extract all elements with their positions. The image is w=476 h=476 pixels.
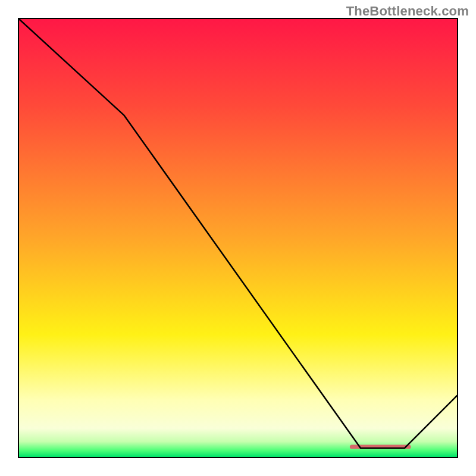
plot-svg	[19, 19, 457, 457]
attribution-text: TheBottleneck.com	[346, 4, 469, 19]
gradient-rect	[19, 19, 457, 457]
plot-frame	[18, 18, 458, 458]
chart-container: TheBottleneck.com	[0, 0, 476, 476]
